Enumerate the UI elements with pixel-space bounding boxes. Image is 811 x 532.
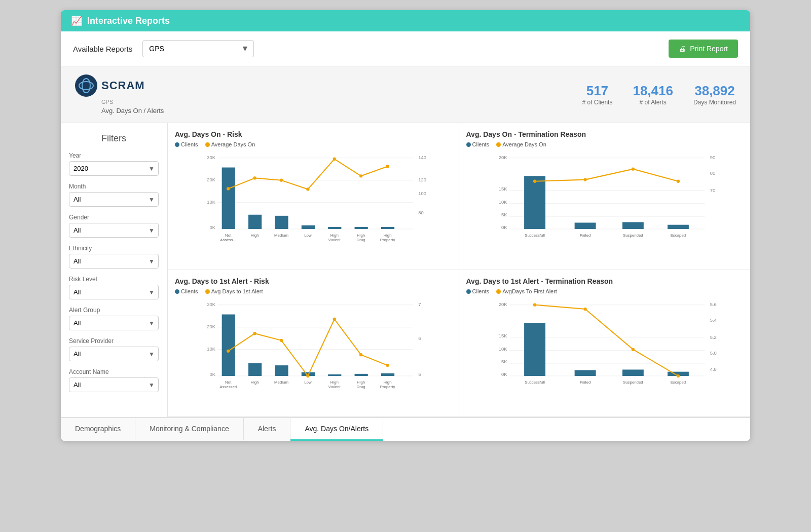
svg-text:Low: Low bbox=[304, 380, 312, 385]
tab-monitoring[interactable]: Monitoring & Compliance bbox=[135, 418, 243, 441]
svg-text:0K: 0K bbox=[501, 371, 507, 377]
chart-avg-days-on-termination: Avg. Days On - Termination Reason Client… bbox=[459, 123, 751, 270]
svg-text:High: High bbox=[330, 380, 339, 385]
svg-point-24 bbox=[280, 179, 283, 182]
chart2-title: Avg. Days On - Termination Reason bbox=[466, 130, 742, 138]
svg-rect-21 bbox=[381, 227, 394, 229]
account-name-select[interactable]: All bbox=[69, 377, 159, 392]
report-select[interactable]: GPS SCRAM CAM Remote Breath bbox=[142, 40, 254, 57]
main-content: Filters Year 202020192018 ▼ Month All ▼ bbox=[61, 123, 750, 417]
tab-demographics[interactable]: Demographics bbox=[61, 418, 135, 441]
days-stat: 38,892 Days Monitored bbox=[693, 83, 736, 106]
svg-text:10K: 10K bbox=[498, 199, 507, 205]
svg-text:100: 100 bbox=[418, 191, 426, 196]
alert-group-select[interactable]: All bbox=[69, 316, 159, 330]
svg-rect-53 bbox=[524, 176, 545, 229]
svg-rect-82 bbox=[381, 373, 394, 376]
svg-rect-19 bbox=[328, 227, 341, 229]
alerts-value: 18,416 bbox=[633, 83, 673, 99]
print-button[interactable]: 🖨 Print Report bbox=[669, 40, 738, 58]
svg-text:Drug: Drug bbox=[357, 385, 365, 389]
svg-rect-18 bbox=[302, 225, 315, 229]
risk-level-filter: Risk Level All ▼ bbox=[69, 276, 159, 299]
gender-label: Gender bbox=[69, 214, 159, 221]
month-label: Month bbox=[69, 183, 159, 190]
svg-rect-80 bbox=[328, 374, 341, 376]
chart3-svg-wrap: 30K 20K 10K 0K 7 6 5 bbox=[175, 297, 450, 409]
charts-area: Avg. Days On - Risk Clients Average Days… bbox=[167, 123, 750, 417]
svg-text:Successfull: Successfull bbox=[525, 380, 545, 385]
svg-rect-54 bbox=[574, 222, 596, 229]
svg-rect-56 bbox=[667, 225, 688, 229]
svg-point-23 bbox=[253, 176, 256, 179]
svg-text:Escaped: Escaped bbox=[670, 233, 686, 238]
svg-rect-55 bbox=[622, 222, 643, 229]
svg-text:5.2: 5.2 bbox=[710, 334, 716, 340]
svg-text:Suspended: Suspended bbox=[623, 233, 643, 238]
svg-point-26 bbox=[333, 158, 336, 161]
svg-point-58 bbox=[583, 178, 586, 181]
svg-point-87 bbox=[333, 318, 336, 321]
month-filter: Month All ▼ bbox=[69, 183, 159, 207]
chart-avg-days-on-risk: Avg. Days On - Risk Clients Average Days… bbox=[168, 123, 459, 270]
svg-point-25 bbox=[306, 187, 309, 191]
svg-rect-117 bbox=[574, 370, 596, 376]
svg-text:Escaped: Escaped bbox=[670, 380, 686, 385]
svg-text:Successfull: Successfull bbox=[525, 233, 545, 238]
svg-text:Medium: Medium bbox=[274, 233, 288, 238]
year-filter: Year 202020192018 ▼ bbox=[69, 152, 159, 176]
svg-text:Drug: Drug bbox=[357, 238, 365, 242]
year-label: Year bbox=[69, 152, 159, 159]
ethnicity-select[interactable]: All bbox=[69, 254, 159, 269]
tab-avg-days[interactable]: Avg. Days On/Alerts bbox=[290, 418, 383, 441]
svg-point-59 bbox=[631, 168, 634, 171]
svg-text:5.4: 5.4 bbox=[710, 317, 716, 323]
svg-text:70: 70 bbox=[710, 187, 715, 193]
gender-select[interactable]: All bbox=[69, 223, 159, 238]
print-icon: 🖨 bbox=[679, 45, 686, 53]
svg-rect-78 bbox=[275, 365, 288, 376]
chart3-legend: Clients Avg Days to 1st Alert bbox=[175, 288, 450, 294]
svg-point-84 bbox=[253, 332, 256, 335]
chart1-title: Avg. Days On - Risk bbox=[175, 130, 450, 138]
days-value: 38,892 bbox=[693, 83, 736, 99]
report-selector-wrap: GPS SCRAM CAM Remote Breath ▼ bbox=[142, 40, 254, 57]
svg-text:0K: 0K bbox=[210, 224, 216, 230]
month-select[interactable]: All bbox=[69, 192, 159, 207]
ethnicity-label: Ethnicity bbox=[69, 245, 159, 252]
svg-text:Failed: Failed bbox=[579, 380, 590, 385]
svg-point-88 bbox=[359, 353, 362, 356]
svg-point-120 bbox=[533, 303, 536, 307]
risk-level-select[interactable]: All bbox=[69, 285, 159, 299]
alerts-label: # of Alerts bbox=[633, 99, 673, 106]
chart-avg-days-1st-alert-risk: Avg. Days to 1st Alert - Risk Clients Av… bbox=[168, 270, 459, 417]
chart4-svg-wrap: 20K 15K 10K 5K 0K 5.6 5.4 5.2 5.0 4.8 bbox=[466, 297, 742, 409]
toolbar: Available Reports GPS SCRAM CAM Remote B… bbox=[61, 31, 750, 66]
svg-text:Assessed: Assessed bbox=[219, 385, 237, 389]
svg-rect-116 bbox=[524, 323, 545, 376]
tab-alerts[interactable]: Alerts bbox=[244, 418, 291, 441]
svg-point-121 bbox=[583, 308, 586, 311]
svg-rect-81 bbox=[355, 374, 368, 376]
available-reports-label: Available Reports bbox=[73, 45, 132, 53]
svg-text:5.6: 5.6 bbox=[710, 301, 716, 307]
svg-text:Property: Property bbox=[380, 238, 395, 242]
chart-avg-days-1st-alert-termination: Avg. Days to 1st Alert - Termination Rea… bbox=[459, 270, 751, 417]
svg-point-85 bbox=[280, 339, 283, 342]
svg-text:0K: 0K bbox=[210, 371, 216, 377]
chart1-legend: Clients Average Days On bbox=[175, 141, 450, 147]
alerts-stat: 18,416 # of Alerts bbox=[633, 83, 673, 106]
svg-text:High: High bbox=[251, 380, 259, 385]
svg-text:30K: 30K bbox=[207, 301, 215, 307]
svg-text:5K: 5K bbox=[501, 359, 507, 364]
svg-text:Violent: Violent bbox=[328, 385, 341, 389]
svg-text:7: 7 bbox=[418, 301, 421, 307]
svg-text:0K: 0K bbox=[501, 224, 507, 230]
service-provider-select[interactable]: All bbox=[69, 347, 159, 361]
brand-area: SCRAM GPS Avg. Days On / Alerts bbox=[75, 74, 164, 115]
svg-text:Failed: Failed bbox=[579, 233, 590, 238]
svg-point-27 bbox=[359, 174, 362, 177]
bottom-tabs: Demographics Monitoring & Compliance Ale… bbox=[61, 417, 750, 441]
svg-text:120: 120 bbox=[418, 177, 426, 182]
year-select[interactable]: 202020192018 bbox=[69, 161, 159, 176]
